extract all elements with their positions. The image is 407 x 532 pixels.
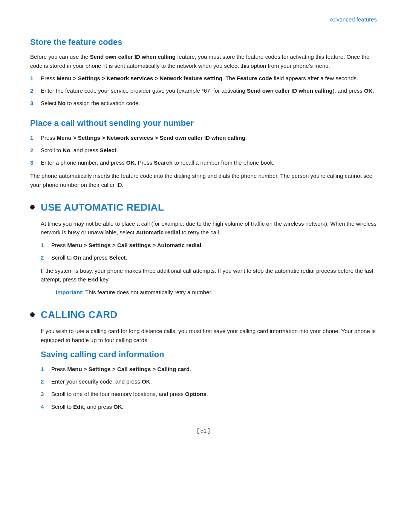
place-call-title: Place a call without sending your number bbox=[30, 117, 377, 130]
important-label: Important: bbox=[56, 289, 84, 295]
list-item: 1 Press Menu > Settings > Network servic… bbox=[30, 74, 377, 83]
automatic-redial-steps: 1 Press Menu > Settings > Call settings … bbox=[41, 241, 377, 262]
list-item: 4 Scroll to Edit, and press OK. bbox=[41, 402, 377, 411]
page-number: [ 51 ] bbox=[30, 426, 377, 435]
step-content: Enter a phone number, and press OK. Pres… bbox=[41, 158, 377, 167]
step-number: 3 bbox=[30, 158, 41, 167]
step-content: Enter the feature code your service prov… bbox=[41, 86, 377, 95]
automatic-redial-outro: If the system is busy, your phone makes … bbox=[41, 266, 377, 284]
bullet-dot bbox=[30, 205, 35, 209]
saving-card-title: Saving calling card information bbox=[41, 348, 377, 361]
list-item: 2 Scroll to No, and press Select. bbox=[30, 146, 377, 154]
automatic-redial-important: Important: This feature does not automat… bbox=[41, 288, 377, 297]
list-item: 3 Scroll to one of the four memory locat… bbox=[41, 390, 377, 398]
saving-card-section: Saving calling card information 1 Press … bbox=[41, 348, 377, 411]
list-item: 3 Enter a phone number, and press OK. Pr… bbox=[30, 158, 377, 167]
calling-card-body: If you wish to use a calling card for lo… bbox=[30, 327, 377, 411]
step-content: Scroll to Edit, and press OK. bbox=[51, 402, 377, 411]
step-content: Press Menu > Settings > Network services… bbox=[41, 74, 377, 83]
list-item: 3 Select No to assign the activation cod… bbox=[30, 99, 377, 107]
calling-card-intro: If you wish to use a calling card for lo… bbox=[41, 327, 377, 344]
step-content: Select No to assign the activation code. bbox=[41, 99, 377, 107]
step-number: 2 bbox=[41, 253, 51, 262]
list-item: 1 Press Menu > Settings > Call settings … bbox=[41, 241, 377, 249]
list-item: 1 Press Menu > Settings > Network servic… bbox=[30, 133, 377, 142]
step-content: Scroll to No, and press Select. bbox=[41, 146, 377, 154]
automatic-redial-intro: At times you may not be able to place a … bbox=[41, 219, 377, 237]
advanced-features-header: Advanced features bbox=[330, 16, 377, 23]
list-item: 2 Enter the feature code your service pr… bbox=[30, 86, 377, 95]
page-header: Advanced features bbox=[30, 15, 377, 24]
step-number: 3 bbox=[41, 390, 51, 398]
step-number: 1 bbox=[30, 133, 41, 142]
step-content: Press Menu > Settings > Call settings > … bbox=[51, 365, 377, 373]
step-number: 3 bbox=[30, 99, 41, 107]
step-number: 1 bbox=[41, 241, 51, 249]
step-content: Scroll to one of the four memory locatio… bbox=[51, 390, 377, 398]
step-number: 1 bbox=[30, 74, 41, 83]
step-content: Scroll to On and press Select. bbox=[51, 253, 377, 262]
step-number: 2 bbox=[30, 146, 41, 154]
step-content: Enter your security code, and press OK. bbox=[51, 377, 377, 386]
store-feature-codes-intro: Before you can use the Send own caller I… bbox=[30, 52, 377, 70]
place-call-outro: The phone automatically inserts the feat… bbox=[30, 171, 377, 189]
automatic-redial-section: USE AUTOMATIC REDIAL At times you may no… bbox=[30, 200, 377, 297]
step-number: 4 bbox=[41, 402, 51, 411]
place-call-section: Place a call without sending your number… bbox=[30, 117, 377, 189]
calling-card-heading: CALLING CARD bbox=[30, 307, 377, 322]
bullet-dot bbox=[30, 312, 35, 317]
list-item: 2 Scroll to On and press Select. bbox=[41, 253, 377, 262]
store-feature-codes-title: Store the feature codes bbox=[30, 36, 377, 49]
saving-card-steps: 1 Press Menu > Settings > Call settings … bbox=[41, 365, 377, 411]
automatic-redial-heading: USE AUTOMATIC REDIAL bbox=[30, 200, 377, 215]
store-feature-codes-steps: 1 Press Menu > Settings > Network servic… bbox=[30, 74, 377, 108]
step-number: 2 bbox=[41, 377, 51, 386]
calling-card-title: CALLING CARD bbox=[41, 307, 118, 322]
automatic-redial-title: USE AUTOMATIC REDIAL bbox=[41, 200, 164, 215]
step-number: 2 bbox=[30, 86, 41, 95]
automatic-redial-body: At times you may not be able to place a … bbox=[30, 219, 377, 297]
step-number: 1 bbox=[41, 365, 51, 373]
list-item: 1 Press Menu > Settings > Call settings … bbox=[41, 365, 377, 373]
store-feature-codes-section: Store the feature codes Before you can u… bbox=[30, 36, 377, 107]
step-content: Press Menu > Settings > Call settings > … bbox=[51, 241, 377, 249]
step-content: Press Menu > Settings > Network services… bbox=[41, 133, 377, 142]
list-item: 2 Enter your security code, and press OK… bbox=[41, 377, 377, 386]
calling-card-section: CALLING CARD If you wish to use a callin… bbox=[30, 307, 377, 411]
place-call-steps: 1 Press Menu > Settings > Network servic… bbox=[30, 133, 377, 167]
